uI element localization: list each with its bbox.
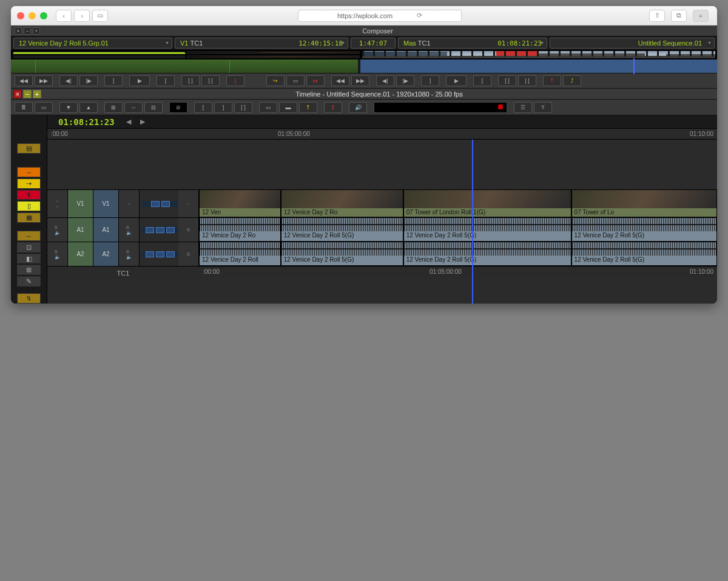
video-clip[interactable]: 12 Ven [199,189,281,217]
overwrite[interactable]: ▭ [286,75,305,86]
playhead[interactable] [472,140,473,304]
rec-ff[interactable]: ▶▶ [351,75,369,86]
new-tab-button[interactable]: + [693,10,709,22]
overwrite-arrow-icon[interactable]: ⇢ [17,178,41,189]
tool-keyframe-up[interactable]: ▲ [79,102,98,113]
tool-out[interactable]: ] [214,102,232,113]
audio-clip[interactable]: 12 Venice Day 2 Roll 5(G) [281,242,403,266]
tool-insert[interactable]: ▭ [259,102,277,113]
tool-overwrite[interactable]: ▬ [279,102,297,113]
mark-clip[interactable]: | [226,75,244,86]
src-mark-in[interactable]: ] [104,75,123,86]
sidebar-button[interactable]: ▭ [92,10,108,22]
multicam-angle-4[interactable] [187,55,360,58]
insert-arrow-icon[interactable]: → [17,167,41,177]
zoom-window[interactable] [40,12,47,19]
extract[interactable]: ⤴ [563,75,581,86]
v1-src-label[interactable]: V1 [68,190,93,217]
audio-clip[interactable]: 12 Venice Day 2 Roll 5(G) [403,242,571,266]
close-panel[interactable]: × [15,27,22,35]
record-monitor[interactable] [362,51,715,58]
clip-name-dropdown[interactable]: 12 Venice Day 2 Roll 5.Grp.01 [13,38,172,49]
replace[interactable]: ↦ [306,75,325,86]
tool-fx-off[interactable]: ⊘ [169,102,187,113]
rec-mark-in[interactable]: ] [421,75,439,86]
close-window[interactable] [17,12,24,19]
v1-rec-label[interactable]: V1 [93,190,119,217]
keyframe-icon[interactable]: ✎ [17,276,41,287]
v1-monitor[interactable]: ▫ [119,190,140,217]
back-button[interactable]: ‹ [56,10,72,22]
sequence-name-dropdown[interactable]: Untitled Sequence.01 [550,38,715,49]
v1-lock[interactable]: ▫ [178,190,199,217]
timeline-plus[interactable]: + [33,90,41,98]
transition-icon[interactable]: ▦ [17,212,41,223]
tool-extract[interactable]: ↥ [324,102,342,113]
tool-view1[interactable]: ⊞ [104,102,123,113]
video-clip[interactable]: 07 Tower of London Roll 1(G) [403,189,571,217]
timeline-minus[interactable]: − [23,90,32,98]
tc-track-label[interactable]: TC1 [47,266,199,279]
a2-lock[interactable]: S [178,242,199,266]
src-mark-out[interactable]: [ [157,75,175,86]
forward-button[interactable]: › [74,10,90,22]
a1-monitor[interactable]: S🔈 [119,218,140,242]
multicam-angle-3[interactable] [13,55,186,58]
lift[interactable]: ⤒ [543,75,561,86]
a1-solo-mute[interactable]: S🔈 [47,218,68,242]
src-ff[interactable]: ▶▶ [35,75,53,86]
a1-lock[interactable]: S [178,218,199,242]
a2-solo-mute[interactable]: S🔈 [47,242,68,266]
video-clip[interactable]: 12 Venice Day 2 Ro [281,189,403,217]
record-tc-dropdown[interactable]: Mas TC1 01:08:21:23 [398,38,547,49]
a1-src-label[interactable]: A1 [68,218,93,242]
lift-icon[interactable]: ⇞ [17,190,41,200]
share-button[interactable]: ⇧ [649,10,665,22]
extract-icon[interactable]: ▯ [17,201,41,211]
rec-rewind[interactable]: ◀◀ [331,75,349,86]
toggle-icon[interactable]: ↯ [17,293,41,304]
a1-fx-icons[interactable] [142,227,178,233]
tool-view2[interactable]: ↔ [124,102,143,113]
track-clips-area[interactable]: 12 Ven12 Venice Day 2 Ro07 Tower of Lond… [199,140,717,304]
tool-smart[interactable]: ≣ [15,102,33,113]
trim-icon[interactable]: ↔ [17,231,41,241]
source-tc-dropdown[interactable]: V1 TC1 12:40:15:18 [175,38,348,49]
close-timeline[interactable]: × [13,90,22,98]
url-bar[interactable]: https://wplook.com ⟳ [298,10,462,22]
tool-audio[interactable]: 🔊 [349,102,367,113]
expand-panel[interactable]: + [33,27,40,35]
rec-mark-out[interactable]: [ [473,75,491,86]
motion-icon[interactable]: ⊞ [17,265,41,275]
effect-icon[interactable]: ⊡ [17,242,41,253]
splice-in[interactable]: ↪ [266,75,285,86]
tabs-button[interactable]: ⧉ [671,10,687,22]
tool-segment[interactable]: ▭ [35,102,53,113]
a2-fx-icons[interactable] [142,251,178,257]
multicam-angle-2[interactable] [187,51,360,54]
collapse-panel[interactable]: − [24,27,31,35]
traffic-lights[interactable] [17,12,47,19]
audio-clip[interactable]: 12 Venice Day 2 Roll 5(G) [571,242,717,266]
audio-clip[interactable]: 12 Venice Day 2 Roll 5(G) [281,217,403,242]
rec-play[interactable]: ▶ [446,75,467,86]
cc-icon[interactable]: ◧ [17,254,41,264]
v1-src-patch[interactable]: ▫▫ [47,190,68,217]
rec-in-out[interactable]: [ ] [498,75,516,86]
v1-fx-icons[interactable] [142,201,178,207]
tool-text[interactable]: T [534,102,552,113]
multicam-angle-1[interactable] [13,51,186,54]
audio-clip[interactable]: 12 Venice Day 2 Roll 5(G) [403,217,571,242]
src-step-back[interactable]: ◀| [59,75,78,86]
tool-keyframe-dn[interactable]: ▼ [59,102,78,113]
tool-list[interactable]: ☰ [514,102,532,113]
zoom-controls[interactable]: ◀ ▶ [126,118,187,126]
src-clear[interactable]: ] [ [201,75,220,86]
audio-clip[interactable]: 12 Venice Day 2 Roll 5(G) [571,217,717,242]
segment-mode-icon[interactable]: ▤ [17,143,41,154]
rec-step-back[interactable]: ◀| [376,75,394,86]
tool-view3[interactable]: ⊟ [144,102,163,113]
src-play[interactable]: ▶ [129,75,150,86]
rec-clear[interactable]: ] [ [518,75,536,86]
record-position-bar[interactable] [360,59,717,73]
